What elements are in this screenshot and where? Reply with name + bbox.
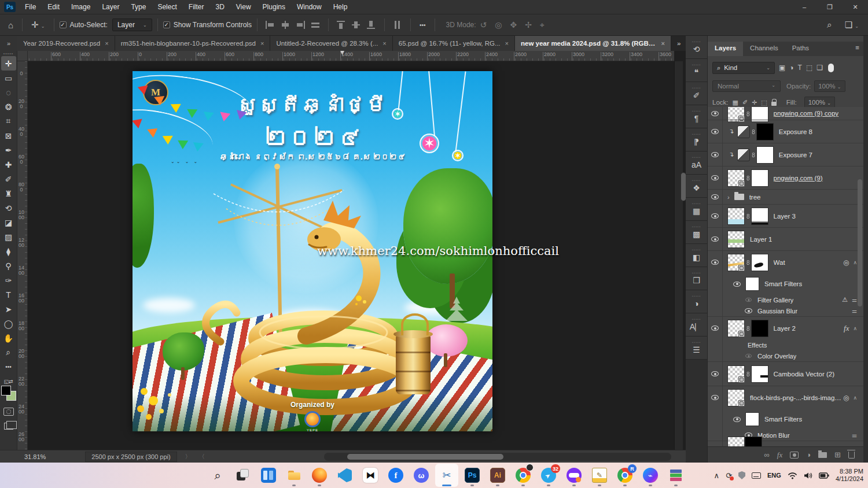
filter-smart-objects-icon[interactable]: ❏ [816,64,823,72]
3d-roll-icon[interactable]: ◎ [491,20,506,29]
taskbar-app-telegram[interactable]: ➤32 [537,464,560,487]
close-button[interactable]: ✕ [843,0,868,14]
paragraph-panel-icon[interactable]: •••••¶ [686,105,707,128]
link-layers-icon[interactable]: ∞ [764,450,770,459]
menu-3d[interactable]: 3D [209,1,230,13]
layer-row-6[interactable]: Layer 1 [708,227,864,250]
add-mask-icon[interactable] [790,452,799,459]
lock-position-icon[interactable]: ✛ [752,99,757,106]
lock-transparency-icon[interactable]: ▦ [733,99,738,106]
layer-mask-thumbnail[interactable] [751,169,768,187]
align-left-icon[interactable] [266,21,275,29]
layer-row-10[interactable]: Gaussian Blur⚌ [708,305,864,316]
effect-visibility-eye-icon[interactable] [745,354,751,358]
blur-tool[interactable]: ⧫ [1,244,16,258]
taskbar-app-photoshop[interactable]: Ps [461,464,484,487]
smart-filter-badge-icon[interactable]: ◎ [843,394,849,402]
layer-row-15[interactable]: flock-birds-png-...-birds-images-39◎∧ [708,386,864,409]
canvas-horizontal-scrollbar[interactable] [324,453,671,461]
collapse-effects-icon[interactable]: ∧ [853,395,857,401]
filter-toggle[interactable] [828,64,834,72]
menu-image[interactable]: Image [65,1,96,13]
smart-filter-thumbnail[interactable] [745,277,759,291]
layer-row-18[interactable] [708,441,864,446]
sync-update-icon[interactable]: ⟳ [726,471,732,480]
panel-menu-icon[interactable]: ≡ [851,42,864,56]
layer-row-1[interactable]: ↴8Exposure 8 [708,120,864,143]
history-panel-icon[interactable]: •••••⟲ [686,36,707,59]
zoom-level-field[interactable]: 31.81% [24,453,46,460]
layer-row-4[interactable]: ›tree [708,189,864,204]
quick-mask-icon[interactable] [3,408,14,416]
language-indicator[interactable]: ENG [767,472,781,479]
menu-type[interactable]: Type [125,1,152,13]
tab-close-icon[interactable]: × [661,40,665,47]
layer-row-5[interactable]: 8Layer 3 [708,204,864,227]
taskbar-app-task-view[interactable] [231,464,255,487]
adjustments-panel-icon[interactable]: •••••◑ [686,290,707,313]
mask-link-icon[interactable]: 8 [746,110,750,117]
properties-panel-icon[interactable]: •••••☰ [686,337,707,360]
brush-settings-panel-icon[interactable]: •••••✐ [686,82,707,105]
crop-tool[interactable]: ⌗ [1,114,16,128]
history-brush-tool[interactable]: ⟲ [1,201,16,215]
taskbar-app-snipping-tool[interactable]: ✂ [435,464,458,487]
collapse-effects-icon[interactable]: ∧ [853,260,857,265]
layer-visibility-eye-icon[interactable] [711,213,719,219]
menu-file[interactable]: File [19,1,42,13]
menu-edit[interactable]: Edit [42,1,65,13]
filter-blend-options-icon[interactable]: ⚌ [852,432,857,438]
layer-row-3[interactable]: 8pngwing.com (9) [708,166,864,189]
menu-select[interactable]: Select [152,1,182,13]
layer-thumbnail[interactable] [727,320,745,337]
menu-filter[interactable]: Filter [183,1,210,13]
effect-visibility-eye-icon[interactable] [745,298,751,302]
delete-layer-icon[interactable] [848,452,855,459]
taskbar-app-chrome[interactable] [512,464,535,487]
eyedropper-tool[interactable]: ✒ [1,143,16,157]
taskbar-app-blue-app[interactable] [257,464,280,487]
spot-healing-tool[interactable]: ✚ [1,157,16,172]
filter-adjustment-layers-icon[interactable]: ◑ [789,64,793,72]
pen-tool[interactable]: ✑ [1,273,16,287]
taskbar-app-discord[interactable]: ω [410,464,433,487]
toolbar-collapse-icon[interactable]: » [0,36,17,51]
move-tool-icon[interactable]: ✛ ⌄ [28,20,48,30]
color-swatches[interactable] [1,386,16,401]
character-styles-panel-icon[interactable]: •••••aA [686,151,707,175]
lock-artboard-icon[interactable]: ⬚ [761,99,767,106]
layers-scrollbar-thumb[interactable] [858,179,862,306]
document-tab-2[interactable]: Untitled-2-Recovered @ 28.3% (...× [270,36,392,51]
tab-close-icon[interactable]: × [260,40,264,47]
layer-row-2[interactable]: ↴8Exposure 7 [708,143,864,166]
comments-panel-icon[interactable]: •••••❝ [686,59,707,82]
taskbar-app-vscode[interactable] [333,464,356,487]
layer-visibility-eye-icon[interactable] [733,417,741,422]
layer-mask-thumbnail[interactable] [745,437,762,447]
layer-visibility-eye-icon[interactable] [711,395,719,400]
quick-selection-tool[interactable]: ❂ [1,99,16,114]
gradient-tool[interactable]: ▨ [1,230,16,244]
layer-mask-thumbnail[interactable] [751,208,768,225]
menu-window[interactable]: Window [291,1,328,13]
auto-select-checkbox[interactable]: ✓ [60,21,67,28]
layer-visibility-eye-icon[interactable] [711,152,719,157]
layer-row-0[interactable]: 8pngwing.com (9) copy [708,107,864,120]
foreground-color-swatch[interactable] [1,386,11,395]
menu-help[interactable]: Help [328,1,354,13]
layer-mask-thumbnail[interactable] [756,123,774,141]
libraries-panel-icon[interactable]: •••••❒ [686,267,707,290]
tray-chevron-icon[interactable]: ∧ [714,471,720,480]
taskbar-app-start[interactable] [181,464,204,487]
document-tab-4[interactable]: new year media 2024.psd @ 31.8% (RGB/16)… [515,36,671,51]
menu-layer[interactable]: Layer [96,1,125,13]
taskbar-app-file-explorer[interactable] [282,464,306,487]
layer-thumbnail[interactable] [727,365,745,383]
layer-mask-thumbnail[interactable] [751,320,768,337]
adjustment-layer-thumbnail[interactable] [737,149,750,161]
adjustment-layer-thumbnail[interactable] [737,125,750,138]
layer-visibility-eye-icon[interactable] [711,326,719,331]
wifi-icon[interactable] [788,472,797,479]
marquee-tool[interactable]: ▭ [1,71,16,85]
type-tool[interactable]: T [1,287,16,302]
